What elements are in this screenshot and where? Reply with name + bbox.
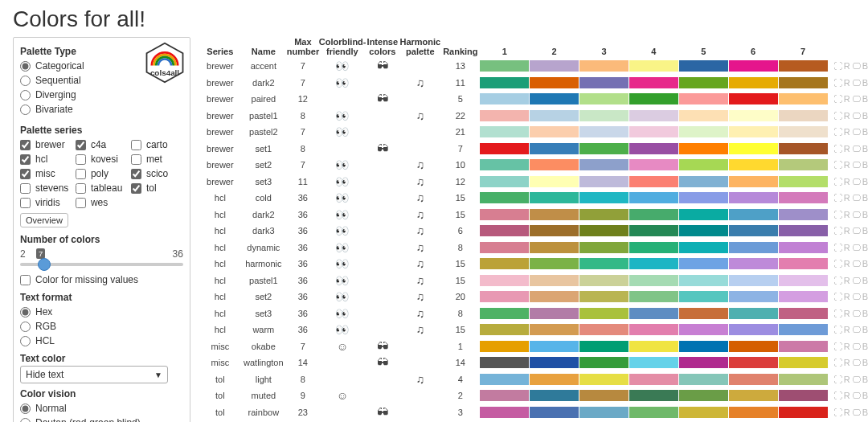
color-swatch[interactable] xyxy=(779,225,828,236)
color-swatch[interactable] xyxy=(480,242,529,253)
row-control[interactable]: 🖵 xyxy=(852,127,861,137)
color-swatch[interactable] xyxy=(729,159,778,170)
row-control[interactable]: 🖵 xyxy=(852,78,861,88)
color-swatch[interactable] xyxy=(729,308,778,319)
color-swatch[interactable] xyxy=(480,374,529,385)
color-swatch[interactable] xyxy=(530,258,579,269)
color-swatch[interactable] xyxy=(679,242,728,253)
row-control[interactable]: ⛶ xyxy=(833,375,842,384)
color-swatch[interactable] xyxy=(530,275,579,286)
color-swatch[interactable] xyxy=(679,77,728,88)
row-control[interactable]: B xyxy=(862,243,868,252)
color-swatch[interactable] xyxy=(729,407,778,418)
color-swatch[interactable] xyxy=(530,60,579,72)
color-swatch[interactable] xyxy=(530,390,579,401)
color-swatch[interactable] xyxy=(629,225,678,236)
color-swatch[interactable] xyxy=(480,110,529,121)
color-swatch[interactable] xyxy=(779,126,828,137)
color-swatch[interactable] xyxy=(779,192,828,203)
color-swatch[interactable] xyxy=(530,291,579,302)
slider-handle[interactable] xyxy=(38,258,51,271)
color-swatch[interactable] xyxy=(629,159,678,170)
color-swatch[interactable] xyxy=(579,60,628,72)
color-swatch[interactable] xyxy=(530,159,579,170)
color-swatch[interactable] xyxy=(530,242,579,253)
color-swatch[interactable] xyxy=(729,93,778,104)
color-swatch[interactable] xyxy=(480,209,529,220)
color-swatch[interactable] xyxy=(480,60,529,72)
row-control[interactable]: ⛶ xyxy=(833,160,842,170)
row-control[interactable]: R xyxy=(844,111,850,121)
color-swatch[interactable] xyxy=(530,110,579,121)
color-swatch[interactable] xyxy=(530,324,579,335)
row-control[interactable]: ⛶ xyxy=(833,276,842,285)
row-control[interactable]: ⛶ xyxy=(833,127,842,137)
row-control[interactable]: ⛶ xyxy=(833,309,842,318)
row-control[interactable]: B xyxy=(862,325,868,334)
row-control[interactable]: 🖵 xyxy=(852,408,861,417)
series-check-wes[interactable]: wes xyxy=(76,195,128,210)
color-swatch[interactable] xyxy=(530,357,579,368)
color-swatch[interactable] xyxy=(679,291,728,302)
row-control[interactable]: ⛶ xyxy=(833,61,842,71)
row-control[interactable]: 🖵 xyxy=(852,210,861,219)
color-swatch[interactable] xyxy=(679,126,728,137)
row-control[interactable]: ⛶ xyxy=(833,94,842,104)
text-format-hex[interactable]: Hex xyxy=(20,305,183,319)
color-swatch[interactable] xyxy=(629,308,678,319)
color-swatch[interactable] xyxy=(579,209,628,220)
color-swatch[interactable] xyxy=(679,275,728,286)
series-check-brewer[interactable]: brewer xyxy=(20,137,72,152)
row-control[interactable]: ⛶ xyxy=(833,226,842,236)
color-vision-1[interactable]: Deutan (red-green blind) xyxy=(20,416,183,422)
color-vision-0[interactable]: Normal xyxy=(20,401,183,416)
row-control[interactable]: 🖵 xyxy=(852,177,861,186)
color-swatch[interactable] xyxy=(629,390,678,401)
row-control[interactable]: ⛶ xyxy=(833,193,842,203)
color-swatch[interactable] xyxy=(530,143,579,154)
color-swatch[interactable] xyxy=(579,341,628,352)
color-swatch[interactable] xyxy=(629,209,678,220)
series-check-carto[interactable]: carto xyxy=(131,137,183,152)
text-format-rgb[interactable]: RGB xyxy=(20,319,183,334)
color-swatch[interactable] xyxy=(679,324,728,335)
row-control[interactable]: R xyxy=(844,127,850,137)
series-check-met[interactable]: met xyxy=(131,152,183,166)
row-control[interactable]: 🖵 xyxy=(852,292,861,301)
color-swatch[interactable] xyxy=(779,308,828,319)
row-control[interactable]: R xyxy=(844,391,850,400)
color-swatch[interactable] xyxy=(530,374,579,385)
palette-type-bivariate[interactable]: Bivariate xyxy=(20,102,183,117)
series-check-hcl[interactable]: hcl xyxy=(20,152,72,166)
color-swatch[interactable] xyxy=(629,60,678,72)
color-swatch[interactable] xyxy=(629,77,678,88)
color-swatch[interactable] xyxy=(480,341,529,352)
color-swatch[interactable] xyxy=(530,77,579,88)
series-check-misc[interactable]: misc xyxy=(20,166,72,181)
row-control[interactable]: R xyxy=(844,177,850,186)
series-check-tol[interactable]: tol xyxy=(131,181,183,195)
color-swatch[interactable] xyxy=(729,275,778,286)
color-swatch[interactable] xyxy=(779,143,828,154)
row-control[interactable]: B xyxy=(862,309,868,318)
row-control[interactable]: B xyxy=(862,94,868,104)
color-swatch[interactable] xyxy=(779,242,828,253)
color-swatch[interactable] xyxy=(579,159,628,170)
row-control[interactable]: 🖵 xyxy=(852,226,861,236)
color-swatch[interactable] xyxy=(679,407,728,418)
row-control[interactable]: R xyxy=(844,78,850,88)
row-control[interactable]: ⛶ xyxy=(833,243,842,252)
row-control[interactable]: R xyxy=(844,160,850,170)
color-swatch[interactable] xyxy=(779,390,828,401)
color-swatch[interactable] xyxy=(779,209,828,220)
row-control[interactable]: B xyxy=(862,177,868,186)
row-control[interactable]: B xyxy=(862,342,868,351)
row-control[interactable]: 🖵 xyxy=(852,391,861,400)
series-check-c4a[interactable]: c4a xyxy=(76,137,128,152)
color-swatch[interactable] xyxy=(530,308,579,319)
color-swatch[interactable] xyxy=(480,176,529,187)
row-control[interactable]: 🖵 xyxy=(852,111,861,121)
row-control[interactable]: 🖵 xyxy=(852,358,861,367)
row-control[interactable]: ⛶ xyxy=(833,391,842,400)
row-control[interactable]: B xyxy=(862,259,868,268)
